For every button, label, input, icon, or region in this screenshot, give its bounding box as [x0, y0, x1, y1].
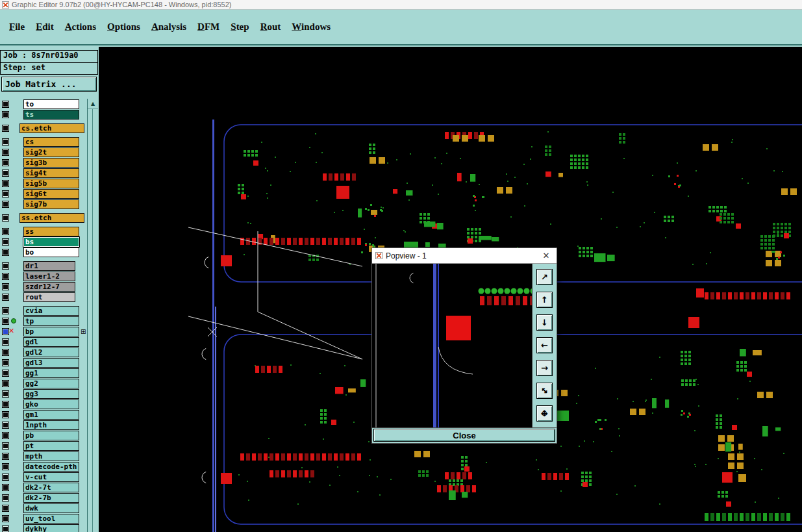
layer-item-dr1[interactable]: dr1 [23, 261, 75, 271]
layer-item-gdl2[interactable]: gdl2 [23, 348, 79, 357]
zoom-extents-button[interactable]: ↖↘ [536, 383, 553, 399]
layer-visibility-toggle[interactable] [2, 262, 9, 270]
layer-visibility-toggle[interactable] [2, 494, 9, 501]
layer-visibility-toggle[interactable] [2, 442, 9, 450]
menu-item-step[interactable]: Step [231, 21, 249, 32]
layer-item-cvia[interactable]: cvia [23, 306, 79, 316]
layer-visibility-toggle[interactable] [2, 283, 9, 290]
layer-visibility-toggle[interactable] [2, 515, 9, 522]
popview-close-button[interactable]: Close [373, 429, 555, 442]
layer-item-sig3b[interactable]: sig3b [23, 158, 79, 168]
layer-visibility-toggle[interactable] [2, 214, 9, 222]
layer-visibility-toggle[interactable] [2, 294, 9, 301]
layer-visibility-toggle[interactable] [2, 159, 9, 166]
pan-down-button[interactable]: ↓ [536, 314, 553, 331]
layer-item-dk2-7t[interactable]: dk2-7t [23, 483, 79, 492]
layer-item-gdl[interactable]: gdl [23, 337, 79, 347]
scroll-up-button[interactable]: ▲ [88, 99, 98, 108]
layer-visibility-toggle[interactable] [2, 138, 9, 146]
layer-item-cs[interactable]: cs [23, 137, 79, 147]
layer-visibility-toggle[interactable] [2, 422, 9, 429]
layer-visibility-toggle[interactable] [2, 474, 9, 481]
layer-visibility-toggle[interactable] [2, 125, 9, 132]
layer-item-bs[interactable]: bs [23, 237, 79, 247]
layer-item-laser1-2[interactable]: laser1-2 [23, 272, 75, 281]
menu-item-actions[interactable]: Actions [65, 21, 96, 32]
layer-visibility-toggle[interactable] [2, 201, 9, 208]
layer-item-dk2-7b[interactable]: dk2-7b [23, 493, 79, 503]
layer-visibility-toggle[interactable] [2, 170, 9, 177]
layer-visibility-toggle[interactable] [2, 411, 9, 418]
layer-visibility-toggle[interactable] [2, 273, 9, 280]
pan-left-button[interactable]: ← [536, 337, 553, 353]
layer-item-1npth[interactable]: 1npth [23, 420, 79, 430]
layer-item-gdl3[interactable]: gdl3 [23, 358, 79, 368]
pan-right-button[interactable]: → [536, 360, 553, 376]
layer-visibility-toggle[interactable] [2, 432, 9, 439]
menu-item-windows[interactable]: Windows [292, 21, 331, 32]
layer-item-v-cut[interactable]: v-cut [23, 472, 79, 482]
layer-item-gg1[interactable]: gg1 [23, 368, 79, 378]
layer-visibility-toggle[interactable] [2, 101, 9, 108]
layer-item-sig2t[interactable]: sig2t [23, 147, 79, 157]
layer-visibility-toggle[interactable] [2, 180, 9, 187]
popview-canvas[interactable] [372, 264, 532, 427]
popview-titlebar[interactable]: Popview - 1 ✕ [372, 248, 557, 264]
layer-item-sig6t[interactable]: sig6t [23, 189, 79, 199]
layer-visibility-toggle[interactable] [2, 505, 9, 512]
layer-visibility-toggle[interactable] [2, 349, 9, 356]
layer-item-dwk[interactable]: dwk [23, 503, 79, 513]
layer-visibility-toggle[interactable] [2, 463, 9, 470]
layer-item-ts[interactable]: ts [23, 110, 79, 120]
layer-visibility-toggle[interactable] [2, 380, 9, 387]
layer-visibility-toggle[interactable] [2, 484, 9, 491]
pan-free-button[interactable]: ↔↕ [536, 405, 553, 422]
layer-visibility-toggle[interactable] [2, 318, 9, 325]
layer-item-gm1[interactable]: gm1 [23, 410, 79, 420]
layer-item-uv_tool[interactable]: uv_tool [23, 514, 79, 524]
menu-item-rout[interactable]: Rout [260, 21, 281, 32]
layer-visibility-toggle[interactable] [2, 401, 9, 408]
layer-scrollbar[interactable]: ▲ [87, 99, 98, 532]
layer-item-gg3[interactable]: gg3 [23, 389, 79, 399]
layer-item-bp[interactable]: bp [23, 327, 79, 336]
layer-item-to[interactable]: to [23, 99, 79, 109]
layer-item-ss[interactable]: ss [23, 227, 79, 236]
layer-item-gg2[interactable]: gg2 [23, 379, 79, 388]
layer-item-gko[interactable]: gko [23, 399, 79, 409]
layer-item-dykhy[interactable]: dykhy [23, 524, 79, 532]
detach-view-button[interactable]: ↗ [536, 269, 553, 285]
layer-item-pb[interactable]: pb [23, 431, 79, 440]
layer-visibility-toggle[interactable] [2, 370, 9, 377]
layer-item-tp[interactable]: tp [23, 316, 79, 326]
layer-visibility-toggle[interactable] [2, 526, 9, 532]
layer-visibility-toggle[interactable] [2, 359, 9, 366]
layer-visibility-toggle[interactable] [2, 111, 9, 118]
menu-item-edit[interactable]: Edit [36, 21, 54, 32]
layer-visibility-toggle[interactable] [2, 390, 9, 398]
layer-item-bo[interactable]: bo [23, 247, 79, 257]
pan-up-button[interactable]: ↑ [536, 292, 553, 308]
layer-item-szdr12-7[interactable]: szdr12-7 [23, 282, 75, 292]
layer-visibility-toggle[interactable] [2, 453, 9, 460]
layer-visibility-toggle[interactable] [2, 307, 9, 314]
layer-item-ss.etch[interactable]: ss.etch [19, 213, 84, 223]
layer-visibility-toggle[interactable] [2, 249, 9, 256]
layer-item-pt[interactable]: pt [23, 441, 79, 451]
layer-item-sig4t[interactable]: sig4t [23, 168, 79, 178]
menu-item-dfm[interactable]: DFM [197, 21, 219, 32]
menu-item-analysis[interactable]: Analysis [151, 21, 186, 32]
layer-visibility-toggle[interactable] [2, 238, 9, 246]
layer-visibility-toggle[interactable] [2, 228, 9, 235]
layer-item-datecode-pth[interactable]: datecode-pth [23, 462, 79, 472]
layer-item-sig7b[interactable]: sig7b [23, 199, 79, 209]
popview-close-icon[interactable]: ✕ [539, 251, 553, 260]
menu-item-options[interactable]: Options [107, 21, 140, 32]
layer-item-rout[interactable]: rout [23, 292, 75, 302]
layer-item-sig5b[interactable]: sig5b [23, 179, 79, 188]
job-matrix-button[interactable]: Job Matrix ... [1, 77, 97, 92]
layer-visibility-toggle[interactable] [2, 149, 9, 156]
layer-visibility-toggle[interactable] [2, 190, 9, 197]
layer-item-mpth[interactable]: mpth [23, 451, 79, 461]
menu-item-file[interactable]: File [9, 21, 25, 32]
